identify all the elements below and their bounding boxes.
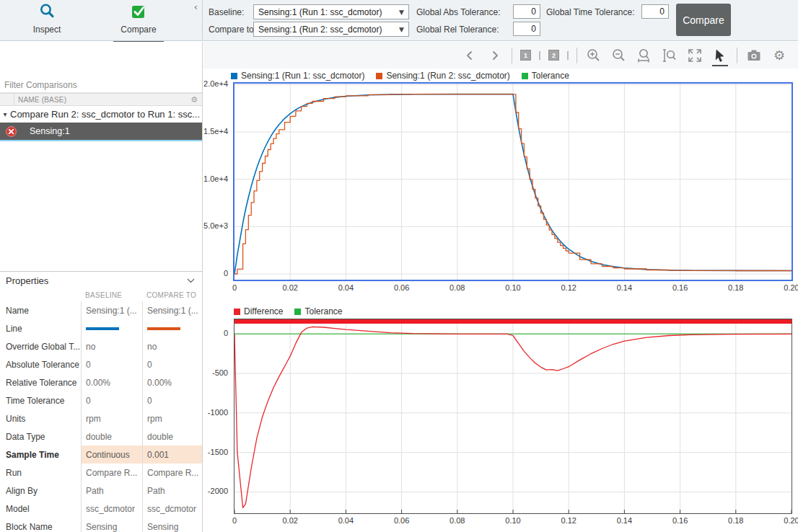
magnifier-icon <box>12 2 82 22</box>
layout-two-plots-button[interactable]: 2 <box>548 50 559 61</box>
baseline-dropdown-value: Sensing:1 (Run 1: ssc_dcmotor) <box>258 7 396 17</box>
time-tolerance-input[interactable] <box>641 4 669 19</box>
property-value-baseline[interactable]: 0 <box>81 391 142 409</box>
out-of-tolerance-icon <box>6 126 17 137</box>
compare-check-icon <box>104 2 173 22</box>
compare-to-label: Compare to: <box>209 25 256 35</box>
compare-button[interactable]: Compare <box>676 4 731 36</box>
y-tick-label: 0 <box>224 269 228 278</box>
settings-gear-icon[interactable]: ⚙ <box>771 47 788 64</box>
signals-legend: Sensing:1 (Run 1: ssc_dcmotor) Sensing:1… <box>231 71 569 81</box>
layout-one-plot-button[interactable]: 1 <box>520 50 531 61</box>
y-tick-label: -1500 <box>208 448 228 456</box>
chevron-down-icon <box>187 278 195 283</box>
filter-comparisons-input[interactable]: Filter Comparisons <box>0 78 202 93</box>
property-value-baseline[interactable]: Path <box>81 482 142 500</box>
property-value-baseline[interactable]: Sensing:1 (... <box>81 301 142 319</box>
property-value-baseline[interactable]: double <box>81 427 142 445</box>
baseline-label: Baseline: <box>209 7 244 17</box>
x-tick-label: 0 <box>219 516 250 525</box>
property-value-compareto[interactable]: 0.00% <box>142 373 202 391</box>
property-value-baseline[interactable]: Compare R... <box>81 464 142 482</box>
tab-compare[interactable]: Compare <box>104 2 173 35</box>
property-value-compareto[interactable]: no <box>142 337 202 355</box>
difference-plot[interactable] <box>234 319 792 514</box>
chevron-down-icon: ▼ <box>399 26 404 33</box>
tree-expand-icon[interactable]: ▾ <box>0 110 10 118</box>
property-value-baseline[interactable] <box>81 319 142 337</box>
property-value-compareto[interactable]: double <box>142 427 202 445</box>
property-row: NameSensing:1 (...Sensing:1 (... <box>0 301 202 319</box>
property-row: Unitsrpmrpm <box>0 409 202 427</box>
fit-to-view-icon[interactable] <box>686 47 703 64</box>
comparison-tree-root[interactable]: ▾ Compare Run 2: ssc_dcmotor to Run 1: s… <box>0 106 202 123</box>
zoom-in-time-icon[interactable] <box>636 47 653 64</box>
y-tick-label: 0 <box>224 329 228 337</box>
zoom-in-y-icon[interactable] <box>661 47 678 64</box>
property-value-baseline[interactable]: no <box>81 337 142 355</box>
zoom-out-icon[interactable] <box>610 47 628 64</box>
property-value-compareto[interactable]: rpm <box>142 409 202 427</box>
y-axis-labels: 0-500-1000-1500-2000 <box>203 319 230 513</box>
property-value-compareto[interactable]: ssc_dcmotor <box>142 500 202 518</box>
next-view-icon[interactable] <box>486 47 504 64</box>
property-value-baseline[interactable]: Continuous <box>81 445 142 464</box>
property-row: Modelssc_dcmotorssc_dcmotor <box>0 500 202 518</box>
property-value-compareto[interactable]: Compare R... <box>142 464 202 482</box>
chart-toolbar: 1 2 ⚙ <box>203 42 798 68</box>
property-value-compareto[interactable]: Sensing <box>142 518 202 532</box>
properties-panel: Properties BASELINE COMPARE TO NameSensi… <box>0 271 202 532</box>
property-label: Model <box>0 504 81 514</box>
property-value-baseline[interactable]: Sensing <box>81 518 142 532</box>
baseline-dropdown[interactable]: Sensing:1 (Run 1: ssc_dcmotor) ▼ <box>253 4 409 19</box>
property-value-compareto[interactable]: Sensing:1 (... <box>142 301 202 319</box>
property-value-compareto[interactable]: 0 <box>142 355 202 373</box>
property-value-baseline[interactable]: rpm <box>81 409 142 427</box>
properties-header[interactable]: Properties <box>0 271 202 289</box>
x-tick-label: 0.20 <box>776 516 798 525</box>
legend-label: Difference <box>244 306 283 316</box>
property-value-compareto[interactable]: Path <box>142 482 202 500</box>
x-tick-label: 0.10 <box>497 516 529 525</box>
property-row: Block NameSensingSensing <box>0 518 202 532</box>
tab-compare-label: Compare <box>120 25 156 35</box>
property-label: Sample Time <box>0 450 81 460</box>
property-label: Time Tolerance <box>0 396 81 406</box>
property-value-compareto[interactable]: 0 <box>142 391 202 409</box>
property-value-baseline[interactable]: 0 <box>81 355 142 373</box>
compare-to-dropdown[interactable]: Sensing:1 (Run 2: ssc_dcmotor) ▼ <box>253 22 409 37</box>
rel-tolerance-input[interactable] <box>513 22 540 36</box>
property-value-compareto[interactable]: 0.001 <box>142 445 202 464</box>
toolbar-separator <box>512 48 512 63</box>
signals-plot[interactable] <box>233 82 793 281</box>
y-tick-label: -1000 <box>208 408 228 417</box>
y-tick-label: -500 <box>212 368 228 377</box>
baseline-column-header: BASELINE <box>85 291 122 299</box>
zoom-in-icon[interactable] <box>585 47 602 64</box>
property-value-baseline[interactable]: ssc_dcmotor <box>81 500 142 518</box>
abs-tolerance-input[interactable] <box>513 4 540 19</box>
snapshot-camera-icon[interactable] <box>745 47 763 64</box>
comparison-sidebar: Filter Comparisons NAME (BASE) ⚙ ▾ Compa… <box>0 42 203 532</box>
legend-label: Tolerance <box>304 306 342 316</box>
property-value-baseline[interactable]: 0.00% <box>81 373 142 391</box>
properties-table: NameSensing:1 (...Sensing:1 (...LineOver… <box>0 301 202 532</box>
header-bar: Inspect Compare ‹ Baseline: Sensing:1 (R… <box>0 0 798 41</box>
signal-row-sensing[interactable]: Sensing:1 <box>0 123 202 141</box>
tab-inspect[interactable]: Inspect <box>12 2 82 35</box>
tolerance-color-swatch <box>294 309 301 315</box>
property-label: Run <box>0 468 81 478</box>
tab-inspect-label: Inspect <box>33 25 61 35</box>
layout-divider <box>539 51 540 60</box>
property-label: Line <box>0 324 81 334</box>
property-value-compareto[interactable] <box>142 319 202 337</box>
collapse-sidebar-icon[interactable]: ‹ <box>194 1 198 12</box>
previous-view-icon[interactable] <box>461 47 478 64</box>
name-column-header[interactable]: NAME (BASE) ⚙ <box>0 93 202 106</box>
column-options-gear-icon[interactable]: ⚙ <box>190 95 202 105</box>
property-row: Data Typedoubledouble <box>0 427 202 445</box>
x-tick-label: 0.14 <box>608 516 640 525</box>
property-row: Override Global T...nono <box>0 337 202 355</box>
pointer-tool-icon[interactable] <box>711 47 729 64</box>
x-axis-labels: 00.020.040.060.080.100.120.140.160.180.2… <box>234 283 792 293</box>
